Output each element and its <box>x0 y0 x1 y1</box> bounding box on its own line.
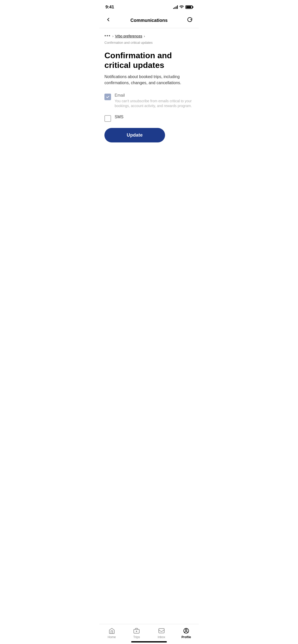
breadcrumb-chevron-1: › <box>112 34 114 38</box>
main-content: Confirmation and critical updates Notifi… <box>99 49 199 148</box>
battery-icon <box>185 5 193 9</box>
nav-header: Communications <box>99 13 199 28</box>
email-label: Email <box>115 93 194 98</box>
page-heading: Confirmation and critical updates <box>104 51 194 70</box>
status-bar: 9:41 <box>99 0 199 13</box>
breadcrumb-dots: ••• <box>104 33 111 39</box>
sms-content: SMS <box>115 115 194 119</box>
update-button[interactable]: Update <box>104 128 165 142</box>
page-description: Notifications about booked trips, includ… <box>104 74 194 86</box>
breadcrumb: ••• › Vrbo preferences › <box>99 28 199 41</box>
breadcrumb-current: Confirmation and critical updates <box>99 41 199 49</box>
email-note: You can't unsubscribe from emails critic… <box>115 99 194 109</box>
sms-checkbox[interactable] <box>104 115 111 122</box>
refresh-button[interactable] <box>186 16 194 25</box>
signal-icon <box>173 5 178 9</box>
breadcrumb-link[interactable]: Vrbo preferences <box>115 34 142 38</box>
email-checkbox[interactable] <box>104 94 111 100</box>
wifi-icon <box>179 5 184 9</box>
status-icons <box>173 5 193 9</box>
page-title: Communications <box>130 18 168 23</box>
email-form-item: Email You can't unsubscribe from emails … <box>104 93 194 109</box>
status-time: 9:41 <box>105 5 114 10</box>
sms-label: SMS <box>115 115 194 119</box>
email-content: Email You can't unsubscribe from emails … <box>115 93 194 109</box>
back-button[interactable] <box>104 16 112 25</box>
sms-form-item: SMS <box>104 115 194 122</box>
breadcrumb-chevron-2: › <box>144 34 145 38</box>
